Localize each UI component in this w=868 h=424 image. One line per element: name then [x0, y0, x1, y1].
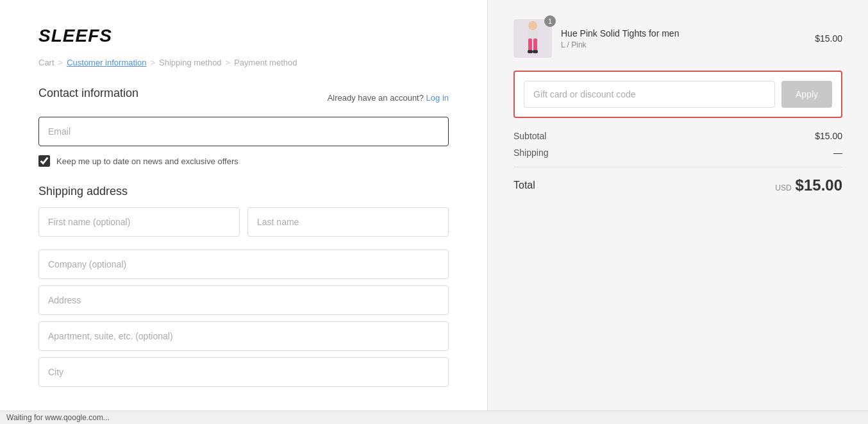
contact-header: Contact information Already have an acco…: [38, 87, 449, 109]
currency-label: USD: [775, 183, 791, 192]
item-variant: L / Pink: [561, 40, 806, 49]
item-info: Hue Pink Solid Tights for men L / Pink: [561, 28, 806, 49]
shipping-label: Shipping: [513, 148, 549, 158]
item-image-wrap: 1: [513, 19, 552, 58]
svg-point-0: [528, 21, 537, 30]
logo: SLEEFS: [38, 26, 449, 46]
first-name-input[interactable]: [38, 207, 240, 237]
svg-rect-4: [528, 50, 533, 53]
total-right: USD $15.00: [775, 176, 842, 194]
name-row: [38, 207, 449, 243]
breadcrumb-sep-3: >: [226, 58, 231, 67]
contact-info-title: Contact information: [38, 87, 138, 100]
breadcrumb-customer-info[interactable]: Customer information: [67, 58, 146, 67]
apt-input[interactable]: [38, 321, 449, 351]
subtotal-value: $15.00: [815, 131, 842, 141]
shipping-title: Shipping address: [38, 185, 449, 198]
subtotal-row: Subtotal $15.00: [513, 131, 842, 141]
status-text: Waiting for www.qoogle.com...: [6, 413, 110, 422]
status-bar: Waiting for www.qoogle.com...: [0, 411, 868, 424]
breadcrumb-shipping-method[interactable]: Shipping method: [159, 58, 222, 67]
last-name-input[interactable]: [247, 207, 449, 237]
shipping-value: —: [833, 148, 842, 158]
discount-section: Apply: [513, 71, 842, 118]
shipping-row: Shipping —: [513, 148, 842, 158]
total-label: Total: [513, 180, 535, 191]
newsletter-row: Keep me up to date on news and exclusive…: [38, 155, 449, 167]
newsletter-label: Keep me up to date on news and exclusive…: [56, 157, 238, 166]
email-input[interactable]: [38, 117, 449, 146]
order-item: 1 Hue Pink Solid Tights for men: [513, 19, 842, 58]
discount-code-input[interactable]: [524, 81, 775, 108]
svg-rect-2: [528, 38, 532, 51]
already-account-text: Already have an account?: [328, 93, 424, 103]
discount-row: Apply: [524, 81, 832, 108]
city-input[interactable]: [38, 357, 449, 387]
company-input[interactable]: [38, 250, 449, 279]
item-quantity-badge: 1: [544, 15, 556, 27]
total-amount: $15.00: [796, 176, 842, 194]
right-panel: 1 Hue Pink Solid Tights for men: [487, 0, 868, 424]
item-name: Hue Pink Solid Tights for men: [561, 28, 806, 38]
svg-rect-5: [533, 50, 538, 53]
total-row: Total USD $15.00: [513, 176, 842, 194]
apply-button[interactable]: Apply: [781, 81, 832, 108]
breadcrumb-sep-1: >: [58, 58, 63, 67]
svg-rect-1: [528, 30, 538, 39]
left-panel: SLEEFS Cart > Customer information > Shi…: [0, 0, 487, 424]
product-image-svg: [517, 21, 549, 56]
summary-divider: [513, 167, 842, 167]
svg-rect-3: [533, 38, 537, 51]
breadcrumb-payment-method[interactable]: Payment method: [234, 58, 297, 67]
subtotal-label: Subtotal: [513, 131, 546, 141]
address-input[interactable]: [38, 285, 449, 315]
breadcrumb: Cart > Customer information > Shipping m…: [38, 58, 449, 67]
breadcrumb-sep-2: >: [150, 58, 155, 67]
login-link[interactable]: Log in: [426, 93, 449, 103]
item-price: $15.00: [815, 33, 842, 44]
newsletter-checkbox[interactable]: [38, 155, 50, 167]
login-prompt: Already have an account? Log in: [328, 93, 449, 103]
breadcrumb-cart[interactable]: Cart: [38, 58, 54, 67]
